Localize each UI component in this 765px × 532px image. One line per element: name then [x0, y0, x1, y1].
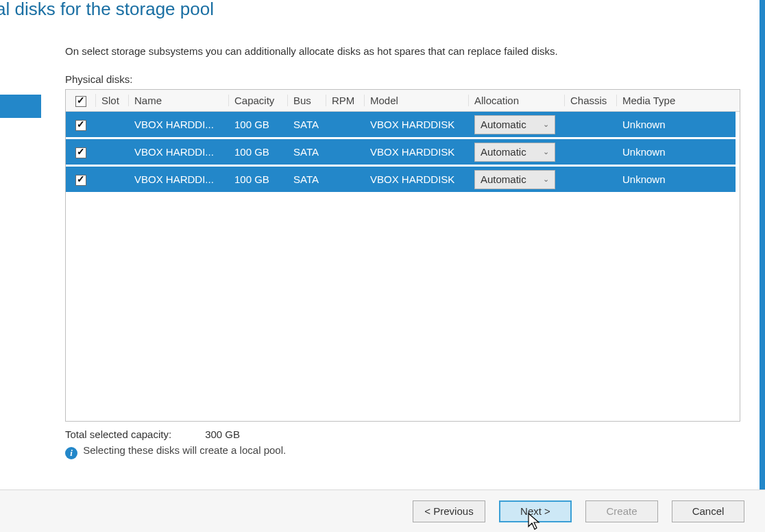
- totals-label: Total selected capacity:: [65, 428, 202, 440]
- header-chassis[interactable]: Chassis: [565, 95, 617, 106]
- wizard-footer: < Previous Next > Create Cancel: [0, 489, 765, 532]
- next-button[interactable]: Next >: [499, 500, 572, 522]
- cell-model: VBOX HARDDISK: [365, 146, 469, 158]
- cell-media-type: Unknown: [617, 119, 733, 130]
- cell-bus: SATA: [288, 146, 326, 158]
- header-checkbox-cell[interactable]: [66, 94, 96, 106]
- info-icon: i: [65, 447, 77, 459]
- window-right-edge: [760, 0, 765, 532]
- cell-model: VBOX HARDDISK: [365, 173, 469, 185]
- allocation-value: Automatic: [481, 173, 526, 185]
- row-checkbox[interactable]: [75, 120, 86, 131]
- chevron-down-icon: ⌄: [543, 175, 549, 184]
- cell-allocation: Automatic ⌄: [469, 143, 565, 162]
- cell-capacity: 100 GB: [229, 173, 288, 185]
- cell-bus: SATA: [288, 173, 326, 185]
- main-content: On select storage subsystems you can add…: [65, 45, 744, 459]
- grid-body: VBOX HARDDI... 100 GB SATA VBOX HARDDISK…: [66, 112, 736, 194]
- cell-bus: SATA: [288, 119, 326, 130]
- physical-disks-grid: Slot Name Capacity Bus RPM Model Allocat…: [65, 89, 740, 422]
- header-allocation[interactable]: Allocation: [469, 95, 565, 106]
- row-checkbox[interactable]: [75, 147, 86, 158]
- cell-capacity: 100 GB: [229, 146, 288, 158]
- table-row[interactable]: VBOX HARDDI... 100 GB SATA VBOX HARDDISK…: [66, 139, 736, 167]
- row-checkbox-cell[interactable]: [66, 145, 96, 158]
- header-name[interactable]: Name: [129, 95, 229, 106]
- cell-capacity: 100 GB: [229, 119, 288, 130]
- wizard-step-indicator: [0, 95, 41, 118]
- grid-label: Physical disks:: [65, 73, 744, 85]
- allocation-value: Automatic: [481, 119, 526, 130]
- totals-value: 300 GB: [205, 428, 240, 440]
- header-model[interactable]: Model: [365, 95, 469, 106]
- cell-name: VBOX HARDDI...: [129, 146, 229, 158]
- row-checkbox[interactable]: [75, 175, 86, 186]
- row-checkbox-cell[interactable]: [66, 173, 96, 185]
- header-media-type[interactable]: Media Type: [617, 95, 733, 106]
- header-capacity[interactable]: Capacity: [229, 95, 288, 106]
- page-title: al disks for the storage pool: [0, 0, 765, 25]
- allocation-value: Automatic: [481, 146, 526, 158]
- header-bus[interactable]: Bus: [288, 95, 326, 106]
- header-slot[interactable]: Slot: [96, 95, 129, 106]
- allocation-dropdown[interactable]: Automatic ⌄: [474, 115, 555, 134]
- cancel-button[interactable]: Cancel: [672, 500, 744, 522]
- allocation-dropdown[interactable]: Automatic ⌄: [474, 143, 555, 162]
- table-row[interactable]: VBOX HARDDI... 100 GB SATA VBOX HARDDISK…: [66, 112, 736, 139]
- intro-text: On select storage subsystems you can add…: [65, 45, 744, 57]
- cell-name: VBOX HARDDI...: [129, 119, 229, 130]
- cell-allocation: Automatic ⌄: [469, 115, 565, 134]
- cell-media-type: Unknown: [617, 146, 733, 158]
- info-line: i Selecting these disks will create a lo…: [65, 444, 744, 459]
- totals-line: Total selected capacity: 300 GB: [65, 428, 744, 440]
- cell-model: VBOX HARDDISK: [365, 119, 469, 130]
- chevron-down-icon: ⌄: [543, 147, 549, 156]
- cell-name: VBOX HARDDI...: [129, 173, 229, 185]
- cell-allocation: Automatic ⌄: [469, 170, 565, 189]
- row-checkbox-cell[interactable]: [66, 118, 96, 130]
- header-rpm[interactable]: RPM: [326, 95, 365, 106]
- create-button: Create: [585, 500, 658, 522]
- grid-header: Slot Name Capacity Bus RPM Model Allocat…: [66, 90, 740, 112]
- table-row[interactable]: VBOX HARDDI... 100 GB SATA VBOX HARDDISK…: [66, 167, 736, 194]
- select-all-checkbox[interactable]: [75, 96, 86, 107]
- info-text: Selecting these disks will create a loca…: [83, 444, 286, 456]
- chevron-down-icon: ⌄: [543, 120, 549, 129]
- allocation-dropdown[interactable]: Automatic ⌄: [474, 170, 555, 189]
- cell-media-type: Unknown: [617, 173, 733, 185]
- previous-button[interactable]: < Previous: [413, 500, 485, 522]
